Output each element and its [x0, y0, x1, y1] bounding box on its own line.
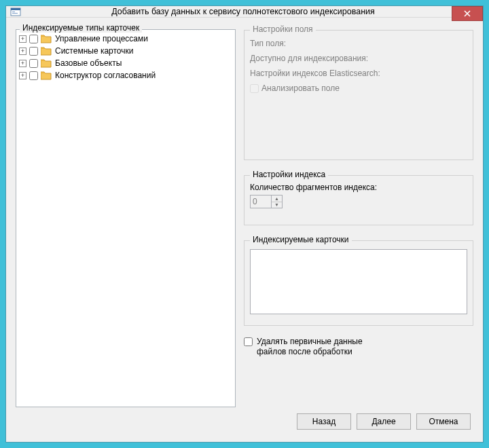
delete-primary-label-line1: Удалять первичные данные: [257, 337, 363, 346]
tree-item-label: Управление процессами: [54, 34, 148, 43]
tree-checkbox[interactable]: [29, 59, 38, 68]
delete-primary-checkbox[interactable]: [244, 337, 253, 346]
es-settings-label: Настройки индексов Elasticsearch:: [250, 69, 467, 78]
right-panel: Настройки поля Тип поля: Доступно для ин…: [244, 24, 473, 407]
tree-item[interactable]: + Базовые объекты: [18, 57, 234, 69]
field-avail-label: Доступно для индексирования:: [250, 54, 467, 63]
tree-checkbox[interactable]: [29, 47, 38, 56]
folder-icon: [41, 71, 52, 80]
window-title: Добавить базу данных к сервису полнотекс…: [21, 7, 483, 16]
analyze-field-row: Анализировать поле: [250, 83, 467, 93]
field-type-label: Тип поля:: [250, 39, 467, 48]
svg-rect-1: [11, 8, 20, 10]
tree-item[interactable]: + Системные карточки: [18, 45, 234, 57]
tree-item-label: Конструктор согласований: [54, 71, 156, 80]
fragments-input[interactable]: [250, 195, 272, 208]
fragments-label: Количество фрагментов индекса:: [250, 183, 467, 192]
index-settings-legend: Настройки индекса: [250, 170, 328, 179]
field-settings-legend: Настройки поля: [250, 24, 316, 34]
tree-item-label: Системные карточки: [54, 46, 134, 56]
folder-icon: [41, 34, 52, 43]
dialog-window: Добавить базу данных к сервису полнотекс…: [5, 5, 484, 443]
fragments-stepper: ▲ ▼: [250, 195, 467, 208]
delete-primary-label-line2: файлов после обработки: [257, 347, 352, 356]
indexed-cards-legend: Индексируемые карточки: [250, 235, 352, 244]
tree-item-label: Базовые объекты: [54, 58, 122, 68]
expander-icon[interactable]: +: [19, 48, 26, 55]
folder-icon: [41, 58, 52, 68]
back-button[interactable]: Назад: [297, 413, 351, 430]
tree-item[interactable]: + Управление процессами: [18, 33, 234, 45]
dialog-footer: Назад Далее Отмена: [16, 407, 473, 436]
indexed-cards-list[interactable]: [250, 249, 467, 314]
spin-up-icon[interactable]: ▲: [272, 195, 282, 202]
expander-icon[interactable]: +: [19, 60, 26, 67]
delete-option-row: Удалять первичные данные файлов после об…: [244, 337, 473, 357]
next-button[interactable]: Далее: [357, 413, 411, 430]
tree-checkbox[interactable]: [29, 35, 38, 43]
folder-icon: [41, 46, 52, 56]
analyze-field-checkbox: [250, 84, 259, 93]
index-settings-group: Настройки индекса Количество фрагментов …: [244, 175, 473, 225]
cancel-button[interactable]: Отмена: [416, 413, 471, 430]
card-types-panel: Индексируемые типы карточек + Управление…: [16, 24, 236, 407]
spin-down-icon[interactable]: ▼: [272, 202, 282, 208]
svg-rect-3: [12, 13, 18, 14]
field-settings-group: Настройки поля Тип поля: Доступно для ин…: [244, 30, 473, 160]
content-row: Индексируемые типы карточек + Управление…: [16, 24, 473, 407]
title-bar: Добавить базу данных к сервису полнотекс…: [6, 6, 483, 18]
indexed-cards-group: Индексируемые карточки: [244, 240, 473, 326]
client-area: Индексируемые типы карточек + Управление…: [6, 18, 483, 444]
close-icon: [464, 10, 471, 17]
tree-checkbox[interactable]: [29, 71, 38, 80]
expander-icon[interactable]: +: [19, 35, 26, 43]
tree-item[interactable]: + Конструктор согласований: [18, 69, 234, 81]
delete-primary-label: Удалять первичные данные файлов после об…: [257, 337, 363, 357]
analyze-field-label: Анализировать поле: [261, 83, 340, 93]
svg-rect-2: [12, 12, 15, 12]
card-types-tree[interactable]: + Управление процессами + Системны: [16, 29, 236, 407]
app-icon: [10, 6, 21, 17]
fragments-spin: ▲ ▼: [272, 195, 283, 208]
expander-icon[interactable]: +: [19, 72, 26, 79]
card-types-legend: Индексируемые типы карточек: [20, 23, 142, 33]
